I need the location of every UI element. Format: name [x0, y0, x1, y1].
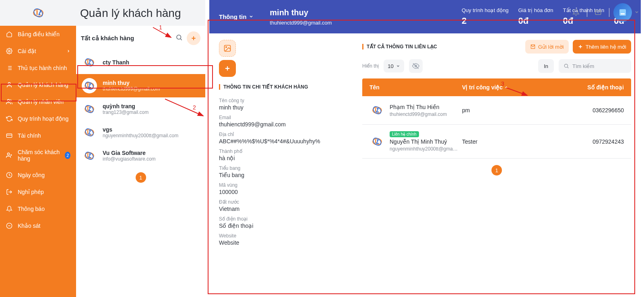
- svg-point-11: [8, 82, 10, 85]
- sidebar-item-label: Cài đặt: [18, 48, 36, 54]
- col-role[interactable]: Vị trí công việc: [462, 84, 568, 91]
- sidebar-item-label: Quy trình hoạt động: [18, 116, 68, 122]
- info-field-label: Website: [219, 233, 348, 239]
- customer-list-item[interactable]: Vu Gia Software info@vugiasoftware.com: [76, 144, 205, 167]
- svg-rect-62: [375, 139, 376, 143]
- svg-marker-3: [38, 10, 42, 15]
- sort-asc-icon: [504, 85, 508, 89]
- sidebar-item-workday[interactable]: Ngày công: [0, 167, 76, 184]
- svg-marker-33: [88, 84, 91, 88]
- customer-list-item[interactable]: quỳnh trang trang123@gmail.com: [76, 97, 205, 121]
- svg-rect-44: [87, 154, 88, 158]
- sidebar-item-workflow[interactable]: Quy trình hoạt động: [0, 110, 76, 127]
- clock-icon: [6, 171, 13, 179]
- contact-role: pm: [462, 107, 568, 113]
- finance-icon: [6, 132, 13, 139]
- show-label: Hiển thị: [362, 63, 379, 69]
- svg-rect-28: [87, 60, 88, 64]
- svg-point-1: [33, 8, 43, 18]
- customer-list-panel: Quản lý khách hàng Tất cả khách hàng cty…: [76, 0, 205, 297]
- stat-label: Giá trị hóa đơn: [518, 7, 553, 13]
- sidebar-item-notifications[interactable]: Thông báo: [0, 200, 76, 217]
- bell-icon: [6, 205, 13, 212]
- svg-marker-63: [376, 139, 379, 144]
- info-field-label: Địa chỉ: [219, 132, 348, 137]
- contacts-table-header: Tên Vị trí công việc Số điện thoại: [362, 78, 631, 96]
- col-phone[interactable]: Số điện thoại: [568, 84, 624, 91]
- detail-customer-email: thuhienctd999@gmail.com: [270, 20, 332, 26]
- send-invite-button[interactable]: Gửi lời mời: [525, 40, 569, 54]
- sidebar-item-label: Ngày công: [18, 172, 45, 178]
- sidebar-item-employees[interactable]: Quản lý nhân viên: [0, 93, 76, 110]
- info-field-value: Tiểu bang: [219, 172, 348, 178]
- chevron-down-icon[interactable]: [634, 9, 639, 16]
- sidebar-item-admin-procedures[interactable]: Thủ tục hành chính: [0, 60, 76, 76]
- svg-marker-41: [88, 130, 91, 135]
- svg-point-15: [7, 153, 9, 155]
- sidebar-item-label: Quản lý nhân viên: [18, 99, 64, 105]
- customer-list-item[interactable]: cty Thanh: [76, 51, 205, 74]
- sidebar-item-leave[interactable]: Nghỉ phép: [0, 184, 76, 200]
- page-size-select[interactable]: 10: [384, 60, 404, 72]
- sidebar-item-settings[interactable]: Cài đặt: [0, 43, 76, 60]
- info-field-value: Vietnam: [219, 206, 348, 212]
- customer-name: quỳnh trang: [103, 103, 149, 109]
- customer-name: minh thuy: [103, 80, 160, 86]
- app-logo-icon: [33, 8, 43, 18]
- svg-line-23: [180, 39, 182, 40]
- detail-tab-info[interactable]: Thông tin: [219, 13, 260, 20]
- sidebar-item-finance[interactable]: Tài chính: [0, 127, 76, 144]
- primary-contact-tag: Liên hệ chính: [390, 131, 419, 137]
- upload-image-button[interactable]: [219, 40, 236, 57]
- search-icon[interactable]: [175, 34, 183, 43]
- stat-label: Quy trình hoạt động: [462, 7, 508, 13]
- sidebar-item-survey[interactable]: Khảo sát: [0, 217, 76, 234]
- customer-name: vgs: [103, 126, 178, 133]
- svg-marker-59: [376, 108, 379, 113]
- info-field-label: Số điện thoại: [219, 216, 348, 222]
- messages-button[interactable]: [591, 6, 605, 19]
- svg-point-54: [564, 64, 568, 67]
- svg-point-4: [8, 50, 10, 52]
- user-avatar[interactable]: [613, 3, 632, 22]
- info-field-value: ABC##%%%$%U$*%4*4#&Uuuuhyhy%: [219, 138, 348, 144]
- search-icon: [564, 63, 569, 69]
- col-name[interactable]: Tên: [369, 84, 462, 91]
- customer-list-item[interactable]: vgs nguyenminhthuy2000tt@gmail.com: [76, 121, 205, 144]
- contact-phone: 0972924243: [568, 138, 624, 145]
- svg-rect-36: [87, 107, 88, 111]
- customer-list-item[interactable]: minh thuy thuhienctd999@gmail.com: [76, 74, 205, 97]
- svg-rect-2: [36, 10, 37, 15]
- toolbar-divider: [587, 8, 587, 17]
- add-contact-button[interactable]: Thêm liên hệ mới: [573, 40, 631, 54]
- contacts-column: TẤT CẢ THÔNG TIN LIÊN LẠC Gửi lời mời Th…: [362, 40, 631, 246]
- contact-name: Nguyễn Thị Minh Thuý: [390, 138, 458, 145]
- svg-marker-29: [88, 60, 91, 65]
- svg-line-55: [568, 67, 569, 68]
- add-customer-button[interactable]: [187, 31, 200, 45]
- sidebar-item-dashboard[interactable]: Bảng điều khiển: [0, 26, 76, 43]
- info-field-value: hà nội: [219, 155, 348, 161]
- sidebar-item-customer-care[interactable]: Chăm sóc khách hàng 2: [0, 144, 76, 167]
- contacts-search-input[interactable]: Tìm kiếm: [559, 59, 631, 73]
- add-image-button[interactable]: [219, 60, 236, 77]
- contact-row[interactable]: Liên hệ chính Nguyễn Thị Minh Thuý nguye…: [362, 125, 631, 159]
- notifications-button[interactable]: [569, 6, 583, 19]
- customer-list-title: Tất cả khách hàng: [81, 35, 134, 42]
- visibility-toggle-button[interactable]: [409, 59, 423, 73]
- print-button[interactable]: In: [538, 59, 554, 73]
- customer-email: thuhienctd999@gmail.com: [103, 86, 160, 92]
- contacts-page[interactable]: 1: [491, 165, 502, 175]
- chevron-down-icon: [396, 64, 400, 68]
- contact-row[interactable]: Phạm Thị Thu Hiền thuhienctd999@gmail.co…: [362, 96, 631, 125]
- contact-name: Phạm Thị Thu Hiền: [390, 104, 447, 110]
- customer-email: nguyenminhthuy2000tt@gmail.com: [103, 133, 178, 138]
- info-field-value: 100000: [219, 189, 348, 195]
- customer-list-page[interactable]: 1: [136, 172, 146, 183]
- stat-value: 0đ: [518, 16, 553, 26]
- info-field-label: Tiểu bang: [219, 165, 348, 171]
- sidebar-item-customers[interactable]: Quản lý khách hàng: [0, 76, 76, 93]
- detail-customer-name: minh thuy: [270, 8, 332, 17]
- contact-phone: 0362296650: [568, 107, 624, 113]
- svg-rect-65: [619, 9, 626, 16]
